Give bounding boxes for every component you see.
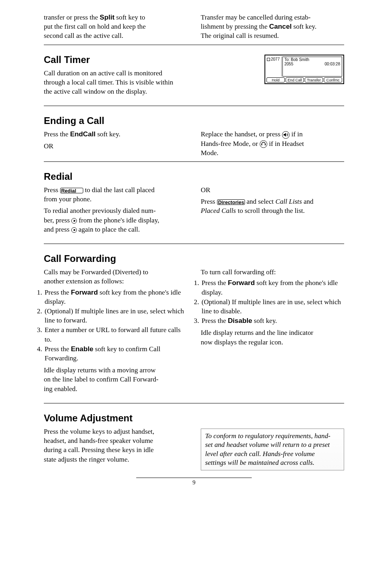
svg-rect-1: [261, 144, 262, 146]
text: (Optional) If multiple lines are in use,…: [202, 298, 341, 315]
list-item: Press the Forward soft key from the phon…: [201, 278, 344, 297]
text: transfer or press the: [44, 14, 100, 21]
redial-heading: Redial: [44, 171, 344, 182]
redial-right: OR Press Directories and select Call Lis…: [201, 185, 344, 234]
text: Enter a number or URL to forward all fut…: [45, 326, 181, 343]
text: from your phone.: [44, 195, 92, 203]
cancel-label: Cancel: [269, 22, 292, 30]
list-item: Press the Disable soft key.: [201, 316, 344, 325]
text: state adjusts the ringer volume.: [44, 456, 129, 463]
text: soft key to: [115, 14, 145, 21]
text: during a call. Pressing these keys in id…: [44, 446, 154, 454]
text: set and headset volume will return to a …: [205, 441, 330, 448]
text: and select: [245, 198, 276, 205]
text: now displays the regular icon.: [201, 338, 283, 346]
text: and press: [44, 226, 71, 233]
intro-columns: transfer or press the Split soft key to …: [44, 13, 344, 41]
lcd-softkey-confrnc: Confrnc: [324, 77, 342, 83]
text: through a local call timer. This is visi…: [44, 79, 173, 86]
ending-call-heading: Ending a Call: [44, 115, 344, 126]
text: ber, press: [44, 216, 71, 224]
list-item: Press the Enable soft key to confirm Cal…: [44, 344, 187, 363]
text: level after each call. Hands-free volume: [205, 450, 315, 458]
forward-label: Forward: [71, 288, 98, 296]
text: Idle display returns and the line indica…: [201, 329, 313, 336]
lcd-to: To: Bob Smith: [283, 57, 342, 62]
volume-columns: Press the volume keys to adjust handset,…: [44, 427, 344, 470]
vol-left: Press the volume keys to adjust handset,…: [44, 427, 187, 470]
text: put the first call on hold and keep the: [44, 23, 146, 30]
text: Calls may be Forwarded (Diverted) to: [44, 268, 148, 276]
lcd-from: 2055: [284, 62, 293, 66]
divider: [44, 403, 344, 403]
text: To turn call forwarding off:: [201, 268, 276, 276]
text: Replace the handset, or press: [201, 130, 282, 138]
enable-label: Enable: [71, 345, 93, 353]
page-number: 9: [44, 479, 344, 486]
svg-marker-0: [284, 133, 286, 137]
cf-right-list: Press the Forward soft key from the phon…: [201, 278, 344, 325]
text: soft key.: [96, 130, 120, 138]
speaker-icon: [282, 131, 290, 139]
footer-rule: [136, 478, 252, 478]
divider: [44, 161, 344, 162]
forward-label: Forward: [228, 279, 255, 287]
ending-call-columns: Press the EndCall soft key. OR Replace t…: [44, 130, 344, 157]
headset-icon: [260, 140, 267, 148]
cf-right: To turn call forwarding off: Press the F…: [201, 267, 344, 393]
intro-right: Transfer may be cancelled during estab- …: [201, 13, 344, 41]
text: ing enabled.: [44, 385, 77, 393]
intro-left: transfer or press the Split soft key to …: [44, 13, 187, 41]
text: To conform to regulatory requirements, h…: [205, 432, 330, 440]
list-item: (Optional) If multiple lines are in use,…: [44, 307, 187, 325]
text: another extension as follows:: [44, 277, 124, 285]
text: (Optional) If multiple lines are in use,…: [45, 307, 184, 324]
redial-columns: Press Redial to dial the last call place…: [44, 185, 344, 234]
divider: [44, 106, 344, 106]
text: if in Headset: [267, 140, 304, 147]
text: Hands-free Mode, or: [201, 140, 260, 147]
text: Mode.: [201, 149, 218, 157]
text: Press: [201, 198, 217, 205]
list-item: Enter a number or URL to forward all fut…: [44, 325, 187, 344]
text: Press the: [44, 130, 70, 138]
text: Call duration on an active call is monit…: [44, 69, 162, 77]
text: Press the: [202, 279, 228, 287]
lcd-extension: 2077: [266, 57, 282, 77]
svg-rect-2: [265, 144, 266, 146]
text: to dial the last call placed: [83, 186, 155, 194]
call-forwarding-heading: Call Forwarding: [44, 253, 344, 264]
call-timer-section: Call Timer Call duration on an active ca…: [44, 45, 344, 96]
text: Press the: [45, 289, 71, 296]
call-timer-body: Call duration on an active call is monit…: [44, 69, 255, 96]
text: settings will be maintained across calls…: [205, 459, 314, 466]
text: lishment by pressing the: [201, 23, 269, 30]
split-label: Split: [100, 13, 114, 21]
text: Press the: [202, 317, 228, 324]
text: from the phone's idle display,: [77, 216, 159, 224]
lcd-ext-num: 2077: [271, 57, 280, 61]
list-item: Press the Forward soft key from the phon…: [44, 288, 187, 306]
lcd-softkey-endcall: End Call: [286, 77, 304, 83]
text: to scroll through the list.: [236, 207, 305, 214]
ending-right: Replace the handset, or press if in Hand…: [201, 130, 344, 157]
volume-heading: Volume Adjustment: [44, 413, 344, 424]
phone-display-illustration: 2077 To: Bob Smith 2055 00:03:28 Hold En…: [264, 55, 344, 84]
lcd-softkey-hold: Hold: [266, 77, 285, 83]
text: soft key.: [292, 23, 316, 30]
lcd-timer: 00:03:28: [325, 62, 340, 66]
or-label: OR: [201, 186, 210, 194]
text: Press: [44, 186, 60, 194]
regulatory-note: To conform to regulatory requirements, h…: [201, 429, 344, 470]
redial-key-icon: Redial: [60, 188, 83, 193]
call-lists-italic: Call Lists: [275, 198, 302, 205]
text: again to place the call.: [77, 226, 140, 233]
text: soft key.: [252, 317, 277, 324]
text: if in: [290, 130, 302, 138]
handset-icon: [267, 58, 270, 61]
call-forwarding-columns: Calls may be Forwarded (Diverted) to ano…: [44, 267, 344, 393]
text: Press the volume keys to adjust handset,: [44, 428, 154, 435]
cf-left-list: Press the Forward soft key from the phon…: [44, 288, 187, 363]
or-label: OR: [44, 142, 53, 150]
disable-label: Disable: [228, 317, 252, 324]
